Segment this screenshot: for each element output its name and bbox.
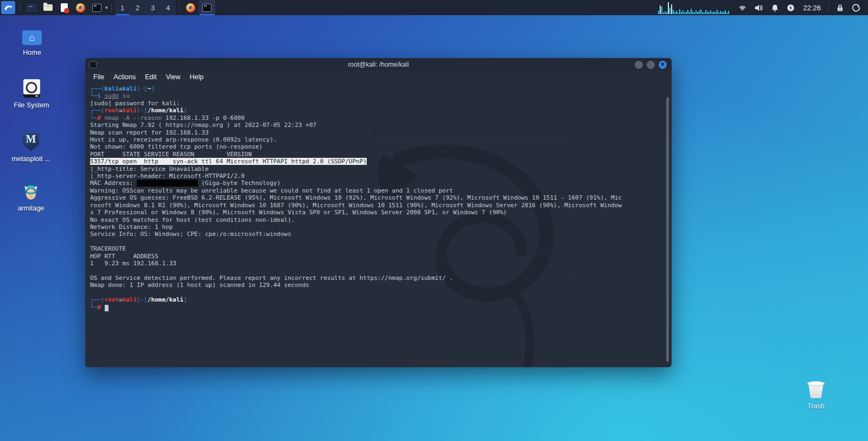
desktop-icon-armitage[interactable]: armitage (10, 183, 52, 212)
visualizer-bar (661, 7, 662, 14)
desktop-icon-filesystem[interactable]: File System (11, 79, 52, 109)
visualizer-bar (713, 11, 714, 14)
visualizer-bar (699, 11, 700, 14)
task-firefox[interactable] (183, 0, 199, 15)
visualizer-bar (726, 12, 727, 14)
clock[interactable]: 22:26 (803, 4, 821, 12)
terminal-line: Starting Nmap 7.92 ( https://nmap.org ) … (90, 122, 667, 129)
workspace-1[interactable]: 1 (115, 0, 130, 15)
terminal-line: └─# (90, 304, 667, 311)
desktop-icon-metasploit[interactable]: M metasploit ... (10, 133, 52, 163)
terminal-output: ┌──(kali☠kali)-[~]└─$ sudo su[sudo] pass… (90, 85, 667, 311)
terminal-line: PORT STATE SERVICE REASON VERSION (90, 151, 667, 158)
terminal-line: Service Info: OS: Windows; CPE: cpe:/o:m… (90, 231, 667, 238)
terminal-line: |_http-title: Service Unavailable (90, 165, 667, 172)
close-button[interactable]: ✕ (659, 61, 667, 69)
visualizer-bar (681, 12, 682, 14)
terminal-line: Warning: OSScan results may be unreliabl… (90, 187, 667, 194)
firefox-icon (76, 3, 85, 12)
terminal-line: 1 9.23 ms 192.168.1.33 (90, 260, 667, 267)
visualizer-bar (720, 11, 721, 14)
show-desktop-button[interactable] (24, 1, 39, 14)
kali-menu-button[interactable] (1, 1, 15, 14)
workspace-2[interactable]: 2 (130, 0, 145, 15)
desktop-icon-home[interactable]: ⌂ Home (11, 30, 53, 56)
panel-separator (828, 3, 829, 12)
file-manager-button[interactable] (41, 1, 55, 14)
menu-item-view[interactable]: View (166, 73, 181, 81)
panel-separator (20, 3, 20, 12)
kali-dragon-icon (3, 3, 13, 12)
status-circle-icon[interactable] (787, 4, 795, 12)
visualizer-bar (691, 9, 692, 14)
terminal-line: TRACEROUTE (90, 245, 667, 252)
terminal-line: └─# nmap -A --reason 192.168.1.33 -p 0-6… (90, 114, 667, 122)
visualizer-bar (728, 11, 729, 14)
visualizer-bar (679, 9, 680, 14)
chevron-down-icon[interactable]: ▾ (105, 5, 108, 10)
metasploit-shield-icon: M (23, 133, 39, 151)
terminal-line: ┌──(root☠kali)-[/home/kali] (90, 296, 667, 303)
home-icon: ⌂ (22, 30, 42, 45)
terminal-line: 5357/tcp open http syn-ack ttl 64 Micros… (90, 158, 667, 165)
firefox-launcher-button[interactable] (73, 1, 87, 14)
terminal-line: OS and Service detection performed. Plea… (90, 274, 667, 282)
visualizer-bar (684, 12, 685, 14)
firefox-icon (186, 3, 195, 12)
terminal-line: Nmap done: 1 IP address (1 host up) scan… (90, 282, 667, 289)
wifi-icon[interactable] (738, 4, 746, 11)
terminal-line (90, 267, 667, 274)
visualizer-bar (658, 11, 659, 14)
logout-power-icon[interactable] (852, 3, 860, 12)
window-titlebar[interactable]: root@kali: /home/kali ✕ (85, 58, 672, 71)
visualizer-bar (687, 10, 688, 14)
visualizer-bar (682, 10, 684, 14)
minimize-button[interactable] (635, 61, 643, 69)
maximize-button[interactable] (647, 61, 655, 69)
text-editor-button[interactable] (57, 1, 71, 14)
visualizer-bar (678, 12, 679, 14)
visualizer-bar (668, 2, 669, 14)
terminal-icon (92, 4, 101, 12)
visualizer-bar (695, 10, 697, 14)
visualizer-bar (673, 10, 674, 14)
menu-item-help[interactable]: Help (190, 73, 204, 81)
icon-label: Trash (807, 402, 825, 410)
lock-icon[interactable] (836, 4, 844, 12)
workspace-3[interactable]: 3 (145, 0, 161, 15)
task-list (183, 0, 215, 15)
terminal-line: ┌──(root☠kali)-[/home/kali] (90, 107, 667, 114)
workspace-4[interactable]: 4 (161, 0, 176, 15)
terminal-line: No exact OS matches for host (test condi… (90, 216, 667, 223)
volume-icon[interactable] (754, 4, 763, 12)
task-terminal[interactable] (199, 0, 215, 15)
terminal-viewport[interactable]: ┌──(kali☠kali)-[~]└─$ sudo su[sudo] pass… (85, 83, 672, 367)
scrollbar-thumb[interactable] (666, 97, 669, 362)
visualizer-bar (660, 5, 661, 14)
desktop-wallpaper: ▾ 1234 22:26 (0, 0, 868, 441)
icon-label: Home (23, 49, 41, 56)
icon-label: metasploit ... (12, 155, 50, 163)
document-icon (61, 3, 68, 12)
visualizer-bar (712, 12, 713, 14)
icon-label: armitage (18, 204, 44, 212)
visualizer-bar (694, 12, 695, 14)
terminal-line: ┌──(kali☠kali)-[~] (90, 85, 667, 92)
visualizer-bar (663, 12, 664, 14)
filesystem-drive-icon (23, 79, 40, 98)
desktop-icon-trash[interactable]: Trash (795, 381, 837, 410)
terminal-launcher-button[interactable] (90, 1, 104, 14)
terminal-line: rosoft Windows 8.1 R1 (90%), Microsoft W… (90, 202, 667, 209)
terminal-line: MAC Address: XX:XX:XX:XX:XX:XX (Giga-byt… (90, 180, 667, 187)
visualizer-bar (717, 10, 718, 14)
visualizer-bar (689, 12, 690, 14)
menu-item-edit[interactable]: Edit (145, 73, 157, 81)
menu-item-file[interactable]: File (93, 73, 104, 81)
window-title: root@kali: /home/kali (85, 61, 672, 68)
visualizer-bar (671, 4, 672, 14)
notifications-bell-icon[interactable] (771, 4, 779, 12)
menu-item-actions[interactable]: Actions (113, 73, 136, 81)
terminal-line: Aggressive OS guesses: FreeBSD 6.2-RELEA… (90, 194, 667, 201)
visualizer-bar (710, 10, 711, 14)
terminal-line: Nmap scan report for 192.168.1.33 (90, 129, 667, 136)
